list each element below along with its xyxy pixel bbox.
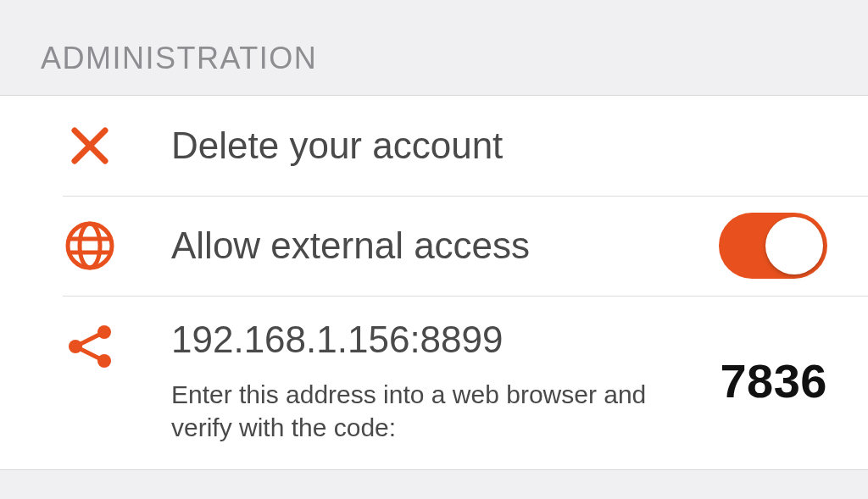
external-access-label: Allow external access (171, 224, 702, 269)
verification-code: 7836 (720, 353, 827, 408)
svg-line-9 (81, 335, 99, 344)
row-delete-account[interactable]: Delete your account (0, 96, 868, 196)
svg-point-8 (97, 354, 111, 368)
svg-point-7 (69, 340, 82, 353)
toggle-knob (765, 217, 823, 274)
svg-line-10 (81, 349, 99, 358)
row-content: Allow external access (171, 224, 702, 269)
settings-list: Delete your account Allow external acces… (0, 95, 868, 470)
row-external-access: Allow external access (0, 196, 868, 296)
section-header-administration: ADMINISTRATION (0, 0, 868, 95)
delete-account-label: Delete your account (171, 124, 827, 169)
svg-point-3 (80, 224, 100, 268)
row-accessory (719, 213, 827, 279)
svg-point-6 (97, 325, 111, 339)
row-content: 192.168.1.156:8899 Enter this address in… (171, 318, 703, 444)
share-icon (63, 319, 117, 374)
row-accessory: 7836 (720, 353, 827, 408)
row-share-address: 192.168.1.156:8899 Enter this address in… (0, 296, 868, 469)
svg-point-2 (68, 224, 112, 268)
x-icon (63, 119, 117, 173)
globe-icon (63, 219, 117, 273)
row-content: Delete your account (171, 124, 827, 169)
external-access-toggle[interactable] (719, 213, 827, 279)
share-instruction-text: Enter this address into a web browser an… (171, 378, 703, 444)
share-address-value: 192.168.1.156:8899 (171, 318, 703, 363)
